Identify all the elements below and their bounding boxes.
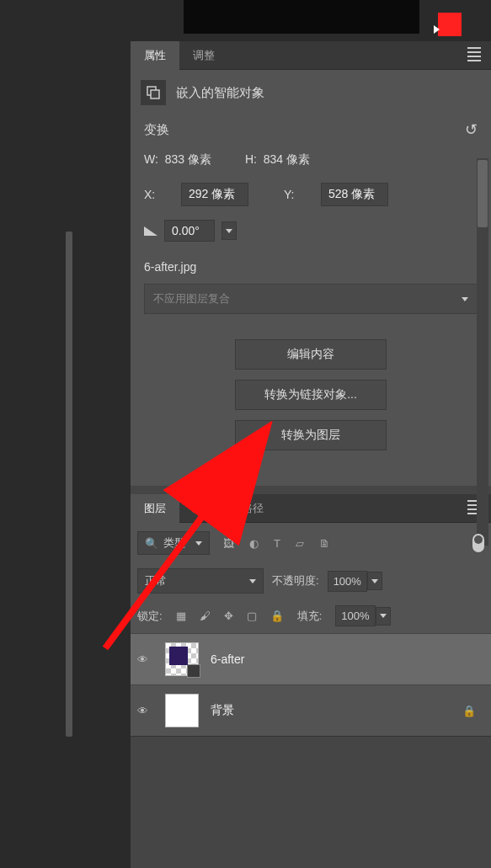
blend-mode-label: 正常	[145, 573, 167, 588]
fill-input[interactable]: 100%	[335, 605, 375, 626]
width-readout: W: 833 像素	[144, 152, 211, 168]
filter-pixel-icon[interactable]: 🖼	[223, 537, 234, 550]
filter-row: 🔍 类型 🖼 ◐ T ▱ 🗎	[131, 523, 491, 563]
lock-icon: 🔒	[462, 705, 476, 717]
opacity-input[interactable]: 100%	[328, 571, 367, 592]
x-input[interactable]: 292 像素	[181, 183, 248, 206]
layer-comp-select[interactable]: 不应用图层复合	[144, 284, 478, 314]
opacity-dropdown[interactable]	[367, 572, 382, 590]
lock-artboard-icon[interactable]: ▢	[247, 610, 257, 622]
layer-name[interactable]: 背景	[211, 703, 234, 718]
linked-filename: 6-after.jpg	[144, 260, 478, 274]
tab-paths[interactable]: 路径	[228, 494, 277, 523]
layer-item[interactable]: 👁 背景 🔒	[131, 684, 491, 736]
height-readout: H: 834 像素	[245, 152, 310, 168]
angle-icon	[144, 226, 157, 236]
lock-all-icon[interactable]: 🔒	[270, 610, 284, 622]
panel-scrollbar[interactable]	[477, 158, 488, 546]
color-swatch	[438, 13, 462, 36]
layer-thumbnail[interactable]	[165, 642, 199, 676]
canvas-preview	[184, 0, 419, 34]
document-area	[0, 0, 131, 868]
lock-move-icon[interactable]: ✥	[224, 610, 233, 622]
edit-content-button[interactable]: 编辑内容	[235, 339, 387, 370]
filter-type-label: 类型	[163, 535, 185, 551]
layer-list: 👁 6-after 👁 背景 🔒	[131, 633, 491, 736]
layer-comp-placeholder: 不应用图层复合	[153, 291, 230, 306]
expand-triangle-icon	[434, 25, 440, 34]
lock-transparency-icon[interactable]: ▦	[176, 610, 186, 622]
lock-row: 锁定: ▦ 🖌 ✥ ▢ 🔒 填充: 100%	[131, 599, 491, 633]
panel-menu-icon[interactable]	[467, 45, 481, 67]
smart-object-icon	[141, 80, 166, 105]
angle-input[interactable]: 0.00°	[164, 220, 215, 242]
reset-icon[interactable]: ↺	[465, 120, 478, 139]
tab-channels[interactable]: 通道	[179, 494, 228, 523]
filter-type-select[interactable]: 🔍 类型	[137, 531, 210, 555]
blend-row: 正常 不透明度: 100%	[131, 563, 491, 599]
eye-icon[interactable]: 👁	[137, 705, 148, 717]
smart-object-badge-icon	[187, 664, 200, 678]
svg-rect-1	[151, 90, 159, 99]
opacity-label: 不透明度:	[272, 573, 319, 588]
chevron-down-icon	[195, 541, 202, 546]
transform-title: 变换	[144, 122, 169, 138]
x-label: X:	[144, 188, 163, 201]
search-icon: 🔍	[145, 537, 158, 550]
filter-type-icon[interactable]: T	[274, 537, 280, 550]
lock-brush-icon[interactable]: 🖌	[200, 610, 211, 622]
filter-smart-icon[interactable]: 🗎	[319, 537, 330, 550]
convert-linked-button[interactable]: 转换为链接对象...	[235, 380, 387, 410]
filter-shape-icon[interactable]: ▱	[296, 537, 304, 550]
tab-properties[interactable]: 属性	[131, 41, 179, 70]
panels-container: 属性 调整 嵌入的智能对象 变换 ↺ W: 833 像素 H: 834 像素 X…	[131, 41, 491, 868]
fill-label: 填充:	[297, 609, 323, 624]
filter-toggle[interactable]	[472, 534, 484, 552]
chevron-down-icon	[249, 579, 256, 583]
layer-thumbnail[interactable]	[165, 694, 199, 727]
lock-label: 锁定:	[137, 609, 163, 624]
blend-mode-select[interactable]: 正常	[137, 568, 264, 594]
y-input[interactable]: 528 像素	[321, 183, 388, 206]
eye-icon[interactable]: 👁	[137, 653, 148, 666]
layers-tabbar: 图层 通道 路径	[131, 494, 491, 523]
filter-adjust-icon[interactable]: ◐	[249, 537, 259, 550]
chevron-down-icon	[462, 297, 468, 301]
smart-object-label: 嵌入的智能对象	[176, 85, 264, 101]
layer-item[interactable]: 👁 6-after	[131, 633, 491, 684]
vertical-scrollbar[interactable]	[66, 232, 72, 737]
tab-adjustments[interactable]: 调整	[179, 41, 228, 70]
layers-panel: 图层 通道 路径 🔍 类型 🖼 ◐ T ▱ 🗎 正	[131, 494, 491, 820]
layers-footer	[131, 736, 491, 820]
properties-panel: 嵌入的智能对象 变换 ↺ W: 833 像素 H: 834 像素 X: 292 …	[131, 70, 491, 486]
y-label: Y:	[284, 188, 302, 201]
scrollbar-thumb[interactable]	[478, 160, 488, 227]
layer-name[interactable]: 6-after	[211, 652, 244, 666]
convert-layer-button[interactable]: 转换为图层	[235, 420, 387, 450]
angle-dropdown[interactable]	[221, 221, 237, 240]
properties-tabbar: 属性 调整	[131, 41, 491, 70]
tab-layers[interactable]: 图层	[131, 494, 179, 523]
fill-dropdown[interactable]	[376, 607, 391, 626]
